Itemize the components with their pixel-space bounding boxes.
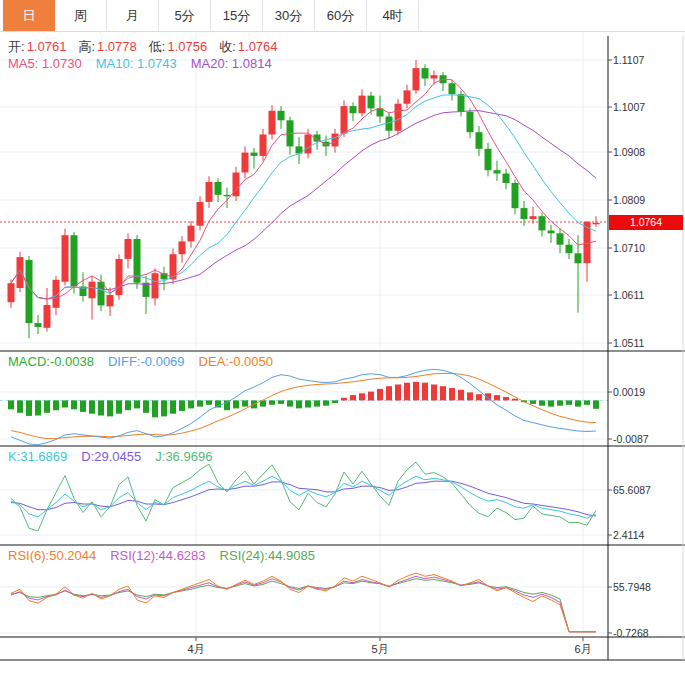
tab-week[interactable]: 周 bbox=[55, 0, 107, 31]
tab-min5[interactable]: 5分 bbox=[159, 0, 211, 31]
tab-min30[interactable]: 30分 bbox=[263, 0, 315, 31]
candlestick-chart-app: 日周月5分15分30分60分4时 开:1.0761高:1.0778低:1.075… bbox=[0, 0, 685, 673]
chart-stage[interactable]: 开:1.0761高:1.0778低:1.0756收:1.0764 MA5: 1.… bbox=[0, 32, 685, 673]
tab-min15[interactable]: 15分 bbox=[211, 0, 263, 31]
tab-min60[interactable]: 60分 bbox=[315, 0, 367, 31]
tab-day[interactable]: 日 bbox=[3, 0, 55, 31]
chart-canvas[interactable] bbox=[0, 32, 685, 673]
tab-hour4[interactable]: 4时 bbox=[367, 0, 419, 31]
tab-month[interactable]: 月 bbox=[107, 0, 159, 31]
timeframe-tabbar: 日周月5分15分30分60分4时 bbox=[0, 0, 685, 32]
